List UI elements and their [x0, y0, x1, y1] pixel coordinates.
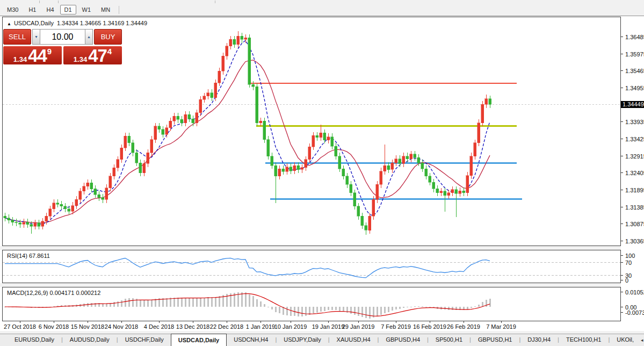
- chart-tab-ukoil[interactable]: UKOil,: [610, 334, 641, 346]
- timeframe-button-m30[interactable]: M30: [3, 5, 23, 15]
- date-axis-label: 24 Nov 2018: [105, 323, 138, 330]
- chart-tab-usdchf-daily[interactable]: USDCHF,Daily: [118, 334, 171, 346]
- axis-tick-mark: [621, 292, 623, 292]
- date-axis-label: 26 Feb 2019: [447, 323, 480, 330]
- axis-tick-mark: [621, 262, 623, 263]
- buy-button[interactable]: BUY: [94, 29, 122, 45]
- axis-tick-mark: [621, 224, 623, 224]
- sell-price-display[interactable]: 1.34449: [3, 46, 62, 64]
- chart-tab-usdcad-daily[interactable]: USDCAD,Daily: [171, 334, 227, 346]
- buy-price-display[interactable]: 1.34474: [63, 46, 122, 64]
- macd-axis-label: 0.010525: [625, 289, 644, 295]
- date-tick-mark: [396, 321, 396, 323]
- date-axis-label: 7 Feb 2019: [381, 323, 411, 330]
- chart-tab-xauusd-h4[interactable]: XAUUSD,H4: [330, 334, 378, 346]
- toolbar-separator-mark: [215, 1, 215, 3]
- chart-tab-usdcnh-h4[interactable]: USDCNH,H4: [227, 334, 275, 346]
- volume-input[interactable]: 10.00: [40, 29, 85, 45]
- date-tick-mark: [88, 321, 88, 323]
- buy-pips: 47: [88, 49, 107, 63]
- chart-tab-tech100-h1[interactable]: TECH100,H1: [559, 334, 608, 346]
- toolbar-separator: [119, 6, 119, 14]
- sell-pips: 44: [28, 49, 47, 63]
- date-tick-mark: [261, 321, 261, 323]
- axis-tick-mark: [621, 241, 623, 241]
- timeframe-button-h1[interactable]: H1: [24, 5, 40, 15]
- date-axis-label: 19 Jan 2019: [312, 323, 345, 330]
- date-tick-mark: [430, 321, 430, 323]
- chart-tab-dj30-h4[interactable]: DJ30,H4: [520, 334, 558, 346]
- axis-tick-mark: [621, 70, 623, 71]
- chart-tab-usdjpy-daily[interactable]: USDJPY,Daily: [277, 334, 328, 346]
- tab-scroll-left-icon[interactable]: ◂: [641, 337, 643, 343]
- date-axis-label: 10 Jan 2019: [274, 323, 307, 330]
- timeframe-button-mn[interactable]: MN: [97, 5, 114, 15]
- panel-splitter[interactable]: [0, 246, 621, 250]
- volume-increase-icon[interactable]: ▲: [85, 29, 93, 45]
- date-axis-label: 22 Dec 2018: [210, 323, 243, 330]
- axis-tick-mark: [621, 139, 623, 139]
- chart-tab-eurusd-daily[interactable]: EURUSD,Daily: [8, 334, 61, 346]
- axis-tick-mark: [621, 54, 623, 54]
- sell-big-figure: 1.34: [13, 56, 27, 63]
- one-click-trading-widget: SELL ▼ 10.00 ▲ BUY 1.34449 1.34474: [3, 29, 122, 64]
- price-axis-label: 1.32405: [625, 170, 644, 176]
- sell-pipette: 9: [47, 47, 52, 56]
- axis-tick-mark: [621, 307, 623, 307]
- date-tick-mark: [159, 321, 160, 323]
- axis-tick-mark: [621, 207, 623, 207]
- collapse-triangle-icon[interactable]: ▲: [7, 21, 11, 26]
- rsi-axis-label: 100: [625, 253, 635, 259]
- buy-big-figure: 1.34: [74, 56, 87, 63]
- timeframe-button-d1[interactable]: D1: [60, 5, 76, 15]
- date-axis-label: 15 Nov 2018: [71, 323, 104, 330]
- price-axis-label: 1.33425: [625, 136, 644, 142]
- volume-decrease-icon[interactable]: ▼: [32, 29, 40, 45]
- chart-tab-sp500-h1[interactable]: SP500,H1: [429, 334, 469, 346]
- axis-tick-mark: [621, 88, 623, 88]
- axis-tick-mark: [621, 275, 623, 276]
- panel-splitter[interactable]: [0, 283, 621, 287]
- chart-tab-gbpusd-h1[interactable]: GBPUSD,H1: [471, 334, 519, 346]
- sell-button[interactable]: SELL: [3, 29, 31, 45]
- date-tick-mark: [121, 321, 122, 323]
- timeframe-button-h4[interactable]: H4: [42, 5, 58, 15]
- price-axis-label: 1.34955: [625, 85, 644, 91]
- timeframe-toolbar: M30H1H4D1W1MN: [0, 4, 644, 16]
- tab-scroll-arrows: ◂▸: [641, 334, 644, 346]
- price-axis-label: 1.35465: [625, 68, 644, 74]
- price-axis-label: 1.35975: [625, 51, 644, 57]
- rsi-axis: 10070300: [620, 250, 644, 283]
- price-axis[interactable]: 1.364851.359751.354651.349551.339351.334…: [620, 17, 644, 246]
- rsi-axis-label: 0: [625, 277, 628, 284]
- chart-header: ▲USDCAD,Daily1.34334 1.34665 1.34169 1.3…: [7, 20, 147, 26]
- price-axis-label: 1.32915: [625, 153, 644, 160]
- toolbar-separator-mark: [39, 1, 40, 3]
- price-axis-label: 1.31895: [625, 187, 644, 193]
- macd-label: MACD(12,26,9) 0.004171 0.000212: [7, 290, 100, 296]
- date-tick-mark: [193, 321, 193, 323]
- chart-tab-audusd-daily[interactable]: AUDUSD,Daily: [63, 334, 117, 346]
- axis-tick-mark: [621, 255, 623, 256]
- timeframe-button-w1[interactable]: W1: [78, 5, 96, 15]
- chart-tab-gbpusd-h4[interactable]: GBPUSD,H4: [379, 334, 427, 346]
- price-axis-label: 1.36485: [625, 34, 644, 40]
- date-axis[interactable]: 27 Oct 20186 Nov 201815 Nov 201824 Nov 2…: [2, 321, 631, 331]
- date-tick-mark: [227, 321, 227, 323]
- buy-pipette: 4: [107, 47, 112, 56]
- axis-tick-mark: [621, 190, 623, 190]
- rsi-axis-label: 70: [625, 260, 632, 266]
- date-axis-label: 27 Oct 2018: [4, 323, 36, 330]
- macd-axis: 0.0105250.00-0.0073: [620, 287, 644, 321]
- rsi-indicator-panel[interactable]: [2, 250, 621, 283]
- date-tick-mark: [358, 321, 359, 323]
- price-axis-label: 1.30875: [625, 221, 644, 227]
- volume-stepper: ▼ 10.00 ▲: [32, 29, 93, 45]
- date-axis-label: 1 Jan 2019: [246, 323, 275, 330]
- axis-tick-mark: [621, 312, 623, 313]
- date-tick-mark: [464, 321, 464, 323]
- axis-tick-mark: [621, 172, 623, 173]
- date-tick-mark: [501, 321, 502, 323]
- top-window-strip: [0, 0, 644, 4]
- date-tick-mark: [54, 321, 54, 323]
